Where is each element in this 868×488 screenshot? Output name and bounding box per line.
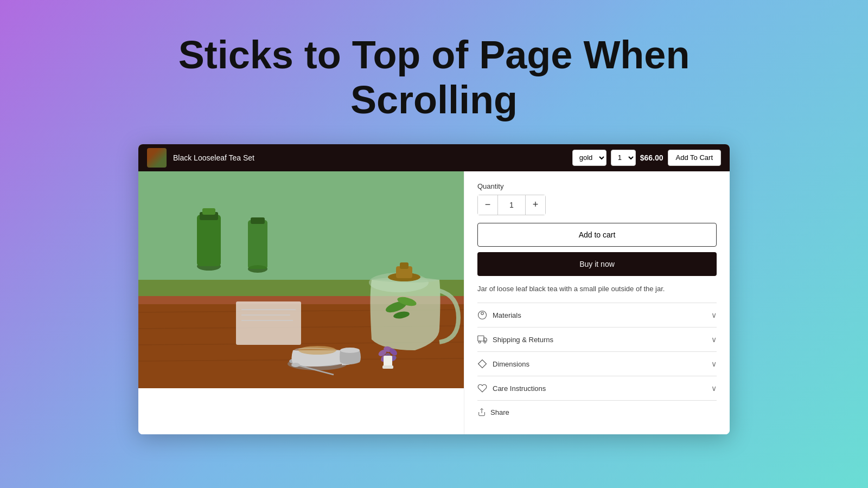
svg-rect-1 bbox=[138, 171, 464, 280]
care-label: Care Instructions bbox=[493, 384, 546, 393]
browser-window: Black Looseleaf Tea Set gold 1 $66.00 Ad… bbox=[138, 144, 730, 435]
svg-rect-37 bbox=[236, 301, 301, 345]
svg-rect-9 bbox=[197, 215, 221, 266]
sticky-controls: gold 1 $66.00 Add To Cart bbox=[572, 150, 721, 166]
heart-icon bbox=[477, 383, 487, 393]
svg-point-43 bbox=[484, 341, 486, 343]
ruler-icon bbox=[477, 359, 487, 369]
sticky-price: $66.00 bbox=[640, 153, 663, 162]
quantity-select[interactable]: 1 bbox=[611, 150, 636, 166]
accordion-materials[interactable]: Materials ∨ bbox=[477, 303, 717, 327]
truck-icon bbox=[477, 335, 487, 344]
leaf-icon bbox=[477, 310, 487, 320]
accordion-shipping[interactable]: Shipping & Returns ∨ bbox=[477, 327, 717, 351]
svg-point-42 bbox=[478, 341, 481, 343]
svg-rect-21 bbox=[400, 262, 409, 269]
accordion-care[interactable]: Care Instructions ∨ bbox=[477, 376, 717, 400]
headline-line1: Sticks to Top of Page When bbox=[178, 33, 690, 76]
headline-line2: Scrolling bbox=[350, 78, 518, 121]
svg-rect-13 bbox=[248, 220, 267, 269]
quantity-value: 1 bbox=[498, 201, 525, 209]
svg-rect-14 bbox=[251, 217, 265, 224]
materials-label: Materials bbox=[493, 311, 521, 319]
product-area: Quantity − 1 + Add to cart Buy it now Ja… bbox=[138, 171, 730, 435]
svg-rect-11 bbox=[202, 208, 215, 215]
svg-point-36 bbox=[291, 363, 300, 367]
quantity-stepper: − 1 + bbox=[477, 195, 546, 215]
product-description: Jar of loose leaf black tea with a small… bbox=[477, 284, 717, 294]
buy-now-button[interactable]: Buy it now bbox=[477, 252, 717, 276]
color-select[interactable]: gold bbox=[572, 150, 607, 166]
quantity-decrease-button[interactable]: − bbox=[478, 195, 497, 215]
accordion-dimensions[interactable]: Dimensions ∨ bbox=[477, 351, 717, 376]
accordion-shipping-left: Shipping & Returns bbox=[477, 335, 553, 344]
share-icon bbox=[477, 408, 486, 416]
add-to-cart-button[interactable]: Add to cart bbox=[477, 223, 717, 247]
sticky-bar: Black Looseleaf Tea Set gold 1 $66.00 Ad… bbox=[138, 144, 730, 171]
page-headline: Sticks to Top of Page When Scrolling bbox=[178, 33, 690, 123]
product-image bbox=[138, 171, 464, 388]
dimensions-label: Dimensions bbox=[493, 360, 529, 368]
accordion-care-left: Care Instructions bbox=[477, 383, 546, 393]
quantity-increase-button[interactable]: + bbox=[526, 195, 545, 215]
shipping-chevron: ∨ bbox=[711, 335, 717, 344]
product-info-column: Quantity − 1 + Add to cart Buy it now Ja… bbox=[464, 171, 730, 435]
accordion-dimensions-left: Dimensions bbox=[477, 359, 529, 369]
svg-rect-34 bbox=[382, 365, 393, 369]
quantity-label: Quantity bbox=[477, 182, 717, 190]
share-row[interactable]: Share bbox=[477, 400, 717, 423]
sticky-product-title: Black Looseleaf Tea Set bbox=[173, 153, 566, 162]
sticky-add-to-cart-button[interactable]: Add To Cart bbox=[668, 150, 721, 166]
svg-point-26 bbox=[340, 348, 360, 353]
product-image-column bbox=[138, 171, 464, 435]
svg-point-24 bbox=[298, 346, 336, 355]
accordion-materials-left: Materials bbox=[477, 310, 521, 320]
product-thumbnail bbox=[147, 148, 167, 168]
svg-rect-41 bbox=[478, 336, 484, 341]
care-chevron: ∨ bbox=[711, 384, 717, 393]
dimensions-chevron: ∨ bbox=[711, 359, 717, 368]
materials-chevron: ∨ bbox=[711, 311, 717, 319]
share-label: Share bbox=[490, 408, 509, 416]
thumbnail-image bbox=[147, 148, 167, 168]
product-image-svg bbox=[138, 171, 464, 388]
shipping-label: Shipping & Returns bbox=[493, 336, 553, 344]
